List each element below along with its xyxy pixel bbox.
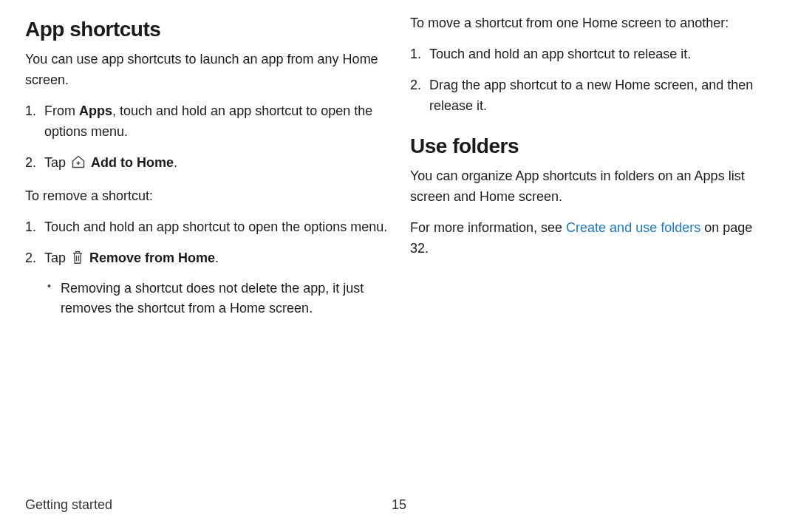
text: . (215, 250, 219, 265)
remove-note-list: Removing a shortcut does not delete the … (44, 279, 388, 320)
left-column: App shortcuts You can use app shortcuts … (25, 13, 388, 330)
remove-intro: To remove a shortcut: (25, 186, 388, 207)
move-step-1: Touch and hold an app shortcut to releas… (429, 44, 773, 65)
add-to-home-label: Add to Home (91, 155, 174, 170)
two-column-layout: App shortcuts You can use app shortcuts … (25, 13, 773, 330)
text: For more information, see (410, 220, 566, 235)
remove-from-home-icon (71, 250, 84, 271)
text: From (44, 103, 79, 118)
more-info-paragraph: For more information, see Create and use… (410, 218, 773, 259)
move-step-2: Drag the app shortcut to a new Home scre… (429, 75, 773, 117)
heading-use-folders: Use folders (410, 130, 773, 162)
text: Tap (44, 250, 69, 265)
folders-paragraph: You can organize App shortcuts in folder… (410, 166, 773, 208)
right-column: To move a shortcut from one Home screen … (410, 13, 773, 330)
move-shortcut-steps: Touch and hold an app shortcut to releas… (410, 44, 773, 117)
add-step-1: From Apps, touch and hold an app shortcu… (44, 101, 388, 143)
move-intro: To move a shortcut from one Home screen … (410, 13, 773, 34)
text: Tap (44, 155, 69, 170)
add-to-home-icon (71, 154, 86, 176)
remove-shortcut-steps: Touch and hold an app shortcut to open t… (25, 217, 388, 320)
add-step-2: Tap Add to Home. (44, 153, 388, 176)
page-number: 15 (0, 495, 798, 516)
create-and-use-folders-link[interactable]: Create and use folders (566, 220, 700, 235)
intro-paragraph: You can use app shortcuts to launch an a… (25, 50, 388, 91)
remove-note: Removing a shortcut does not delete the … (61, 279, 388, 320)
add-shortcut-steps: From Apps, touch and hold an app shortcu… (25, 101, 388, 176)
remove-step-1: Touch and hold an app shortcut to open t… (44, 217, 388, 238)
remove-from-home-label: Remove from Home (89, 250, 215, 265)
apps-label: Apps (79, 103, 112, 118)
remove-step-2: Tap Remove from Home. Removing a shortcu… (44, 248, 388, 320)
manual-page: App shortcuts You can use app shortcuts … (0, 0, 798, 532)
heading-app-shortcuts: App shortcuts (25, 13, 388, 45)
text: . (174, 155, 177, 170)
